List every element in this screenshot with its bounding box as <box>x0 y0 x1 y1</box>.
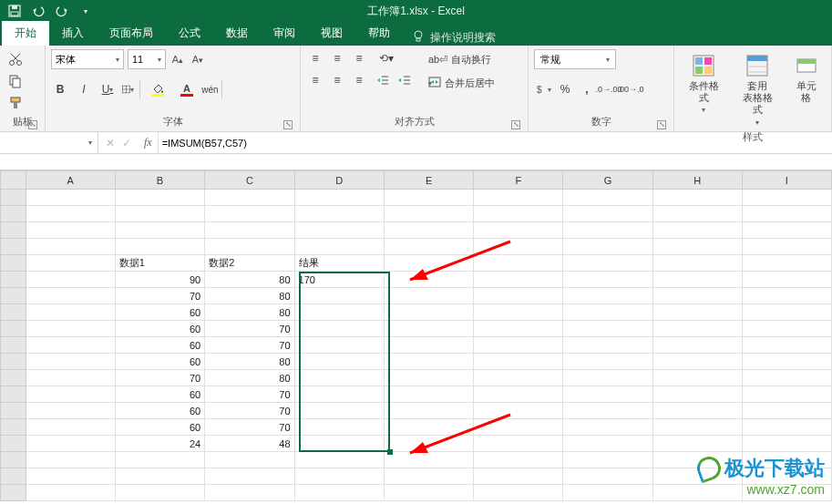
decrease-decimal-icon[interactable]: .00→.0 <box>621 80 640 98</box>
cut-icon[interactable] <box>5 49 26 69</box>
col-header-H[interactable]: H <box>652 171 742 190</box>
cell[interactable]: 60 <box>115 419 204 436</box>
increase-font-icon[interactable]: A▴ <box>169 51 186 67</box>
cell[interactable]: 70 <box>205 386 294 403</box>
accounting-format-icon[interactable]: $▾ <box>534 80 552 98</box>
cell[interactable]: 80 <box>205 354 294 370</box>
row-header[interactable] <box>1 386 26 403</box>
cell[interactable]: 70 <box>205 419 294 436</box>
fill-color-button[interactable] <box>146 80 169 98</box>
tab-help[interactable]: 帮助 <box>355 21 403 46</box>
select-all-corner[interactable] <box>1 171 26 190</box>
cell[interactable]: 70 <box>205 321 294 337</box>
font-size-combo[interactable]: 11▾ <box>128 49 166 69</box>
row-header[interactable] <box>1 485 26 501</box>
bold-button[interactable]: B <box>51 80 69 98</box>
row-header[interactable] <box>1 206 26 222</box>
tab-page-layout[interactable]: 页面布局 <box>97 21 166 46</box>
row-header[interactable] <box>1 403 26 419</box>
cell[interactable]: 60 <box>115 386 204 403</box>
enter-formula-icon[interactable]: ✓ <box>122 137 131 149</box>
row-header[interactable] <box>1 288 26 304</box>
cell[interactable]: 60 <box>115 403 204 419</box>
row-header[interactable] <box>1 452 26 468</box>
cancel-formula-icon[interactable]: ✕ <box>106 137 115 149</box>
cell[interactable]: 结果 <box>294 255 385 272</box>
font-color-button[interactable]: A <box>175 80 199 98</box>
cell[interactable]: 70 <box>115 370 204 386</box>
cell[interactable]: 80 <box>205 272 294 288</box>
increase-decimal-icon[interactable]: .0→.00 <box>600 80 618 98</box>
row-header[interactable] <box>1 304 26 321</box>
cell[interactable]: 60 <box>115 354 204 370</box>
font-launcher-icon[interactable]: ⤡ <box>283 120 293 129</box>
decrease-font-icon[interactable]: A▾ <box>190 51 206 67</box>
cell-result[interactable]: 170 <box>294 272 385 288</box>
align-bottom-icon[interactable]: ≡ <box>350 49 368 67</box>
fill-handle[interactable] <box>387 449 393 455</box>
format-as-table-button[interactable]: 套用 表格格式 ▾ <box>734 49 782 130</box>
undo-icon[interactable] <box>31 4 46 18</box>
align-right-icon[interactable]: ≡ <box>350 71 368 89</box>
col-header-I[interactable]: I <box>742 171 831 190</box>
row-header[interactable] <box>1 190 26 206</box>
cell[interactable]: 80 <box>205 288 294 304</box>
cell[interactable]: 70 <box>205 337 294 354</box>
align-left-icon[interactable]: ≡ <box>306 71 324 89</box>
conditional-formatting-button[interactable]: 条件格式 ▾ <box>680 49 728 118</box>
format-painter-icon[interactable] <box>5 93 26 113</box>
orientation-icon[interactable]: ⟲▾ <box>374 49 399 67</box>
number-format-combo[interactable]: 常规▾ <box>534 49 616 69</box>
clipboard-launcher-icon[interactable]: ⤡ <box>28 120 37 129</box>
qat-customize-icon[interactable]: ▾ <box>78 4 93 18</box>
cell[interactable]: 48 <box>205 436 294 452</box>
col-header-B[interactable]: B <box>115 171 204 190</box>
row-header[interactable] <box>1 436 26 452</box>
wrap-text-button[interactable]: ab⏎自动换行 <box>425 49 498 69</box>
alignment-launcher-icon[interactable]: ⤡ <box>511 120 520 129</box>
tab-review[interactable]: 审阅 <box>261 21 308 46</box>
cell[interactable]: 80 <box>205 370 294 386</box>
name-box[interactable]: ▾ <box>0 132 98 153</box>
col-header-C[interactable]: C <box>205 171 294 190</box>
row-header[interactable] <box>1 272 26 288</box>
align-middle-icon[interactable]: ≡ <box>328 49 346 67</box>
row-header[interactable] <box>1 239 26 255</box>
tab-view[interactable]: 视图 <box>308 21 355 46</box>
row-header[interactable] <box>1 370 26 386</box>
cell[interactable]: 60 <box>115 304 204 321</box>
cell[interactable]: 24 <box>115 436 204 452</box>
row-header[interactable] <box>1 337 26 354</box>
tab-insert[interactable]: 插入 <box>49 21 97 46</box>
tab-formulas[interactable]: 公式 <box>166 21 213 46</box>
col-header-F[interactable]: F <box>474 171 563 190</box>
italic-button[interactable]: I <box>75 80 93 98</box>
border-button[interactable]: ▾ <box>122 80 140 98</box>
row-header[interactable] <box>1 222 26 239</box>
save-icon[interactable] <box>7 4 22 18</box>
align-center-icon[interactable]: ≡ <box>328 71 346 89</box>
cell[interactable]: 60 <box>115 337 204 354</box>
underline-button[interactable]: U▾ <box>98 80 117 98</box>
cell[interactable]: 80 <box>205 304 294 321</box>
col-header-G[interactable]: G <box>563 171 652 190</box>
font-name-combo[interactable]: 宋体▾ <box>51 49 124 69</box>
cell-styles-button[interactable]: 单元格 <box>786 49 826 108</box>
fx-icon[interactable]: fx <box>139 136 158 149</box>
copy-icon[interactable] <box>5 71 26 91</box>
number-launcher-icon[interactable]: ⤡ <box>657 120 666 129</box>
row-header[interactable] <box>1 419 26 436</box>
align-top-icon[interactable]: ≡ <box>306 49 324 67</box>
cell[interactable]: 70 <box>205 403 294 419</box>
phonetic-button[interactable]: wén <box>204 80 222 98</box>
row-header[interactable] <box>1 321 26 337</box>
redo-icon[interactable] <box>55 4 69 18</box>
percent-format-icon[interactable]: % <box>556 80 574 98</box>
cell[interactable]: 70 <box>115 288 204 304</box>
decrease-indent-icon[interactable] <box>374 71 392 89</box>
cell[interactable]: 60 <box>115 321 204 337</box>
cell[interactable]: 90 <box>115 272 204 288</box>
col-header-D[interactable]: D <box>294 171 385 190</box>
worksheet-grid[interactable]: A B C D E F G H I 数据1 数据2 结果 9080170 708… <box>0 170 832 501</box>
tab-home[interactable]: 开始 <box>2 21 49 46</box>
